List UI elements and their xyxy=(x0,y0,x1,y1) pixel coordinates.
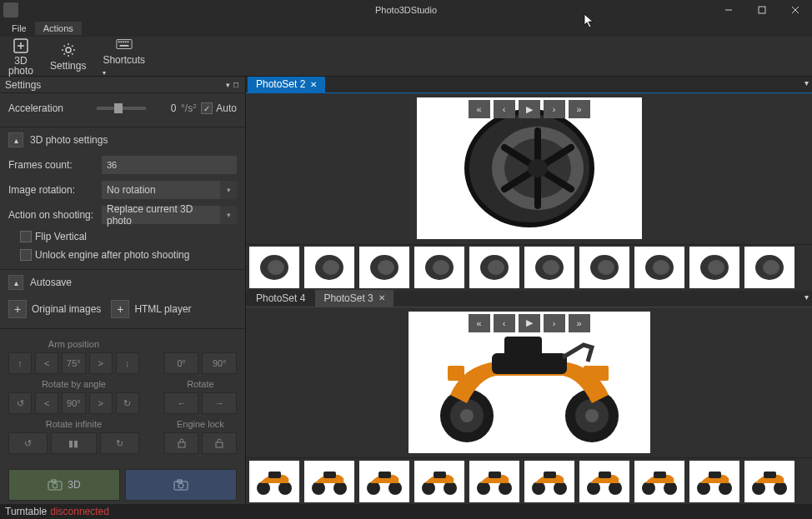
svg-point-82 xyxy=(587,482,600,495)
engine-unlock-button[interactable] xyxy=(202,432,237,454)
thumbnail[interactable] xyxy=(414,247,464,288)
viewer-photoset2: « ‹ ▶ › » xyxy=(246,93,812,244)
thumbnail[interactable] xyxy=(744,461,794,502)
nav-play-button[interactable]: ▶ xyxy=(519,100,540,118)
gear-icon xyxy=(60,42,77,58)
arm-angle-display[interactable]: 75° xyxy=(62,352,85,374)
acceleration-slider[interactable] xyxy=(97,107,146,110)
section-autosave[interactable]: ▴ Autosave xyxy=(0,269,245,295)
capture-3d-button[interactable]: 3D xyxy=(8,469,120,501)
tab-photoset3[interactable]: PhotoSet 3 ✕ xyxy=(315,290,393,307)
maximize-button[interactable] xyxy=(745,0,779,20)
svg-point-89 xyxy=(719,482,732,495)
thumbnail[interactable] xyxy=(359,247,409,288)
arm-up-button[interactable]: ↑ xyxy=(8,352,32,374)
nav-first-button[interactable]: « xyxy=(469,100,490,118)
thumbnail[interactable] xyxy=(744,247,794,288)
section-3d-settings[interactable]: ▴ 3D photo settings xyxy=(0,127,245,152)
infinite-cw-button[interactable]: ↻ xyxy=(100,432,139,454)
camera-icon xyxy=(173,479,188,491)
unlock-engine-label: Unlock engine after photo shooting xyxy=(35,249,189,261)
svg-rect-1 xyxy=(759,7,765,13)
svg-rect-75 xyxy=(434,472,446,478)
ribbon-3d-photo[interactable]: 3D photo xyxy=(3,37,38,76)
capture-photo-button[interactable] xyxy=(125,469,237,501)
nav-play-button[interactable]: ▶ xyxy=(519,314,540,332)
image-rotation-select[interactable]: No rotation ▾ xyxy=(102,181,237,199)
flip-vertical-checkbox[interactable] xyxy=(20,231,32,242)
filmstrip-photoset2[interactable] xyxy=(246,244,812,291)
menu-file[interactable]: File xyxy=(3,22,35,35)
thumbnail[interactable] xyxy=(304,247,354,288)
thumbnail[interactable] xyxy=(689,461,739,502)
collapse-icon[interactable]: ▴ xyxy=(8,275,23,290)
engine-lock-button[interactable] xyxy=(164,432,199,454)
nav-last-button[interactable]: » xyxy=(569,314,590,332)
tabstrip-bottom: PhotoSet 4 PhotoSet 3 ✕ ▾ xyxy=(246,291,812,307)
thumbnail[interactable] xyxy=(414,461,464,502)
thumbnail[interactable] xyxy=(304,461,354,502)
angle-increase-button[interactable]: > xyxy=(89,392,113,414)
frames-count-input[interactable] xyxy=(102,156,237,174)
deg90-button[interactable]: 90° xyxy=(202,352,237,374)
tab-close-icon[interactable]: ✕ xyxy=(310,80,317,89)
nav-last-button[interactable]: » xyxy=(569,100,590,118)
deg0-button[interactable]: 0° xyxy=(164,352,199,374)
tab-photoset4[interactable]: PhotoSet 4 xyxy=(248,290,313,307)
add-original-images-button[interactable]: + xyxy=(8,300,27,318)
arm-right-button[interactable]: > xyxy=(89,352,113,374)
thumbnail[interactable] xyxy=(469,461,519,502)
infinite-pause-button[interactable]: ▮▮ xyxy=(51,432,98,454)
ribbon-shortcuts[interactable]: Shortcuts▾ xyxy=(98,36,150,77)
thumbnail[interactable] xyxy=(469,247,519,288)
panel-caret-icon[interactable]: ▾ xyxy=(224,81,232,89)
tabstrip-menu-icon[interactable]: ▾ xyxy=(804,78,809,87)
thumbnail[interactable] xyxy=(524,247,574,288)
arm-left-button[interactable]: < xyxy=(35,352,58,374)
thumbnail[interactable] xyxy=(359,461,409,502)
thumbnail[interactable] xyxy=(634,247,684,288)
panel-close-icon[interactable]: □ xyxy=(232,80,240,89)
rotate-ccw-button[interactable]: ↺ xyxy=(8,392,32,414)
thumbnail[interactable] xyxy=(524,461,574,502)
thumbnail[interactable] xyxy=(249,461,299,502)
auto-checkbox[interactable]: ✓ xyxy=(201,102,213,114)
infinite-ccw-button[interactable]: ↺ xyxy=(8,432,48,454)
thumbnail[interactable] xyxy=(579,247,629,288)
thumbnail[interactable] xyxy=(634,461,684,502)
nav-prev-button[interactable]: ‹ xyxy=(494,314,515,332)
menu-actions[interactable]: Actions xyxy=(35,22,82,35)
minimize-button[interactable] xyxy=(712,0,745,20)
tabstrip-menu-icon[interactable]: ▾ xyxy=(804,292,809,302)
unlock-engine-checkbox[interactable] xyxy=(20,249,32,261)
add-html-player-button[interactable]: + xyxy=(111,300,129,318)
nav-next-button[interactable]: › xyxy=(544,100,565,118)
filmstrip-photoset3[interactable] xyxy=(246,457,812,504)
tab-photoset2[interactable]: PhotoSet 2 ✕ xyxy=(248,77,325,92)
rotate-right-button[interactable]: → xyxy=(202,392,237,414)
ribbon-settings[interactable]: Settings xyxy=(45,42,91,72)
svg-point-74 xyxy=(444,482,457,495)
close-button[interactable] xyxy=(779,0,812,20)
chevron-down-icon: ▾ xyxy=(220,206,237,224)
rotate-left-button[interactable]: ← xyxy=(164,392,199,414)
arm-down-button[interactable]: ↓ xyxy=(116,352,139,374)
svg-point-77 xyxy=(499,482,512,495)
angle-decrease-button[interactable]: < xyxy=(35,392,58,414)
collapse-icon[interactable]: ▴ xyxy=(8,132,23,147)
plus-square-icon xyxy=(13,37,29,54)
nav-next-button[interactable]: › xyxy=(544,314,565,332)
nav-first-button[interactable]: « xyxy=(469,314,490,332)
thumbnail[interactable] xyxy=(249,247,299,288)
tab-label: PhotoSet 2 xyxy=(256,78,305,90)
action-shooting-select[interactable]: Replace current 3D photo ▾ xyxy=(102,206,237,224)
thumbnail[interactable] xyxy=(579,461,629,502)
tab-close-icon[interactable]: ✕ xyxy=(378,293,385,302)
rotate-angle-display[interactable]: 90° xyxy=(62,392,85,414)
rotate-cw-button[interactable]: ↻ xyxy=(116,392,139,414)
thumbnail[interactable] xyxy=(689,247,739,288)
acceleration-unit: °/s2 xyxy=(176,102,201,114)
svg-point-53 xyxy=(763,260,779,275)
nav-prev-button[interactable]: ‹ xyxy=(494,100,515,118)
ribbon-label: Settings xyxy=(50,60,86,72)
